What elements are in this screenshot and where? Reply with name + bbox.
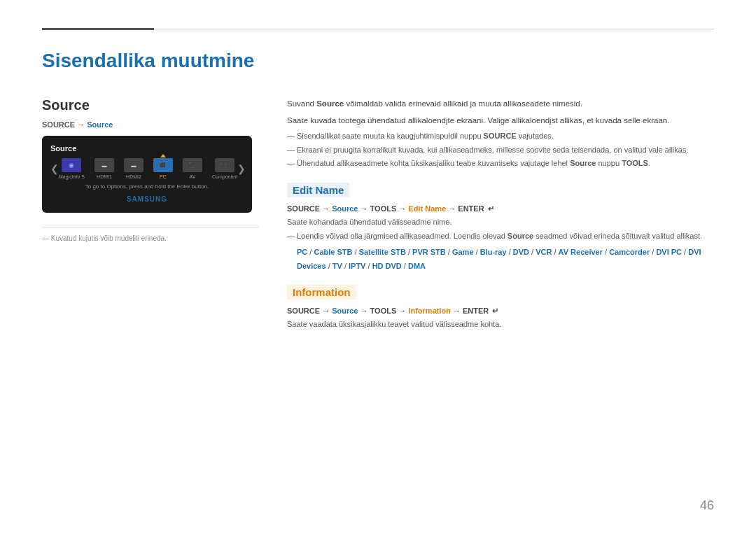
nav-tools-text: → TOOLS → bbox=[358, 204, 408, 213]
tv-icon-box-hdmi2: ▬ bbox=[124, 158, 144, 172]
tv-brand: SAMSUNG bbox=[48, 195, 246, 203]
edit-name-note: Loendis võivad olla järgmised allikasead… bbox=[287, 230, 714, 243]
tv-screen-mockup: Source ❮ ◉ MagicInfo S bbox=[42, 136, 252, 213]
info-nav-tools-text: → TOOLS → bbox=[358, 307, 408, 315]
page-title: Sisendallika muutmine bbox=[42, 50, 714, 72]
edit-name-desc: Saate kohandada ühendatud välisseadme ni… bbox=[287, 218, 714, 226]
right-column: Suvand Source võimaldab valida erinevaid… bbox=[287, 97, 714, 332]
tv-arrow-left: ❮ bbox=[50, 163, 59, 174]
enter-icon: ↵ bbox=[488, 204, 494, 213]
bold-source-1: Source bbox=[316, 99, 344, 108]
source-heading: Source bbox=[42, 97, 259, 113]
intro-line-2: Saate kuvada tootega ühendatud allikaloe… bbox=[287, 114, 714, 128]
tv-icon-component: ⬛⬛ Component bbox=[212, 158, 237, 179]
tv-icons-row: ❮ ◉ MagicInfo S ▬ bbox=[48, 158, 246, 179]
tv-icon-pc: ⬛ PC bbox=[153, 158, 173, 179]
item-vcr: VCR bbox=[536, 248, 552, 256]
nav-enter-text: → ENTER bbox=[446, 204, 486, 213]
page-number: 46 bbox=[700, 498, 714, 513]
nav-source-text: SOURCE → bbox=[287, 204, 332, 213]
top-decoration bbox=[42, 28, 714, 30]
item-tv: TV bbox=[332, 262, 342, 270]
bottom-note: Kuvatud kujutis võib mudeliti erineda. bbox=[42, 227, 259, 242]
note-line-2: Ekraani ei pruugita korralikult kuvada, … bbox=[287, 144, 714, 157]
note-line-3: Ühendatud allikaseadmete kohta üksikasja… bbox=[287, 157, 714, 170]
page-container: Sisendallika muutmine Source SOURCE → So… bbox=[0, 0, 756, 534]
item-pvr-stb: PVR STB bbox=[412, 248, 446, 256]
note-bold-source2: Source bbox=[570, 159, 596, 167]
tv-icon-hdmi2: ▬ HDMI2 bbox=[124, 158, 144, 179]
tv-icon-label-hdmi2: HDMI2 bbox=[126, 174, 141, 179]
tv-hint: To go to Options, press and hold the Ent… bbox=[48, 183, 246, 190]
note-bold-source: SOURCE bbox=[484, 132, 517, 140]
edit-name-title: Edit Name bbox=[287, 183, 349, 197]
item-pc: PC bbox=[297, 248, 307, 256]
info-nav-source-text: SOURCE → bbox=[287, 307, 332, 315]
tv-icon-box-pc: ⬛ bbox=[153, 158, 173, 172]
tv-icon-label-magicinfo: MagicInfo S bbox=[59, 174, 85, 179]
information-section: Information SOURCE → Source → TOOLS → In… bbox=[287, 285, 714, 329]
note-line-1: Sisendallikat saate muuta ka kaugjuhtimi… bbox=[287, 130, 714, 143]
tv-icon-av: ⬛ AV bbox=[183, 158, 202, 179]
nav-editname-hl: Edit Name bbox=[408, 204, 446, 213]
item-av-receiver: AV Receiver bbox=[559, 248, 603, 256]
nav-source-label: SOURCE → bbox=[42, 120, 87, 129]
item-satellite-stb: Satellite STB bbox=[359, 248, 406, 256]
tv-icon-label-av: AV bbox=[190, 174, 196, 179]
info-nav-info-hl: Information bbox=[408, 307, 451, 315]
item-dvi: DVI bbox=[688, 248, 701, 256]
item-dvi-pc: DVI PC bbox=[656, 248, 682, 256]
left-column: Source SOURCE → Source Source ❮ ◉ Magi bbox=[42, 97, 259, 332]
edit-name-section: Edit Name SOURCE → Source → TOOLS → Edit… bbox=[287, 183, 714, 274]
tv-icon-label-pc: PC bbox=[160, 174, 167, 179]
info-nav-source-hl: Source bbox=[332, 307, 358, 315]
note-source-bold: Source bbox=[507, 232, 533, 240]
information-title: Information bbox=[287, 285, 356, 300]
information-desc: Saate vaadata üksikasjalikku teavet vali… bbox=[287, 320, 714, 328]
thin-line bbox=[154, 29, 714, 29]
tv-icon-hdmi1: ▬ HDMI1 bbox=[94, 158, 114, 179]
content-layout: Source SOURCE → Source Source ❮ ◉ Magi bbox=[42, 97, 714, 332]
tv-icon-label-component: Component bbox=[212, 174, 237, 179]
source-nav: SOURCE → Source bbox=[42, 120, 259, 129]
item-camcorder: Camcorder bbox=[609, 248, 650, 256]
info-enter-icon: ↵ bbox=[492, 307, 498, 316]
item-game: Game bbox=[452, 248, 474, 256]
information-nav: SOURCE → Source → TOOLS → Information → … bbox=[287, 307, 714, 316]
item-cable-stb: Cable STB bbox=[314, 248, 352, 256]
item-iptv: IPTV bbox=[349, 262, 365, 270]
tv-icon-magicinfo: ◉ MagicInfo S bbox=[59, 158, 85, 179]
tv-icon-box-magicinfo: ◉ bbox=[62, 158, 81, 172]
nav-source-hl: Source bbox=[332, 204, 358, 213]
tv-arrow-right: ❯ bbox=[237, 163, 246, 174]
tv-icon-box-hdmi1: ▬ bbox=[94, 158, 114, 172]
tv-icon-label-hdmi1: HDMI1 bbox=[97, 174, 112, 179]
item-dvd: DVD bbox=[513, 248, 529, 256]
thick-line bbox=[42, 28, 154, 30]
colored-items-list: PC / Cable STB / Satellite STB / PVR STB… bbox=[287, 246, 714, 274]
tv-icon-box-av: ⬛ bbox=[183, 158, 202, 172]
tv-icons-list: ◉ MagicInfo S ▬ HDMI1 bbox=[59, 158, 237, 179]
intro-line-1: Suvand Source võimaldab valida erinevaid… bbox=[287, 97, 714, 111]
item-dma: DMA bbox=[408, 262, 426, 270]
info-nav-enter-text: → ENTER bbox=[451, 307, 491, 315]
item-devices: Devices bbox=[297, 262, 326, 270]
edit-name-nav: SOURCE → Source → TOOLS → Edit Name → EN… bbox=[287, 204, 714, 214]
item-hd-dvd: HD DVD bbox=[372, 262, 402, 270]
tv-title: Source bbox=[48, 144, 246, 153]
tv-icon-box-component: ⬛⬛ bbox=[215, 158, 234, 172]
item-bluray: Blu-ray bbox=[480, 248, 507, 256]
nav-source-link: Source bbox=[87, 120, 113, 129]
note-bold-tools: TOOLS bbox=[622, 159, 648, 167]
